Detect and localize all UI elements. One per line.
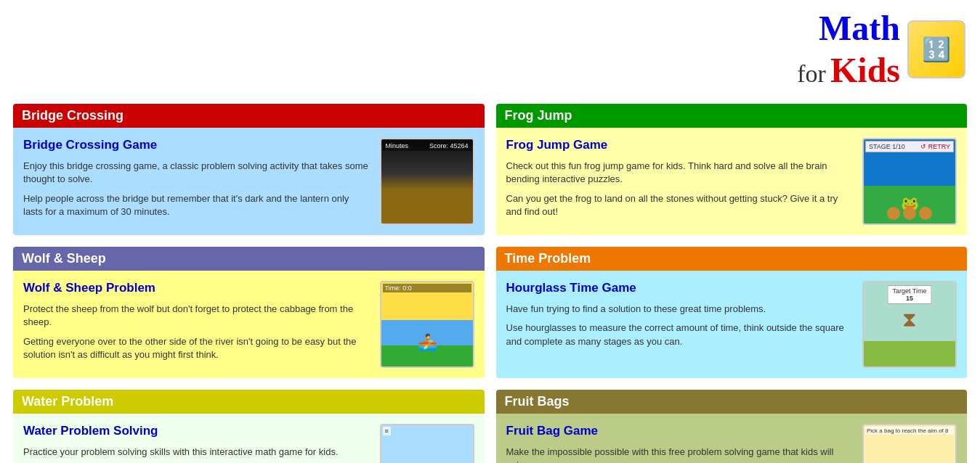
- logo-math: Math: [797, 7, 900, 49]
- time-problem-title[interactable]: Hourglass Time Game: [506, 281, 854, 295]
- wolf-sheep-desc1: Protect the sheep from the wolf but don'…: [23, 303, 371, 329]
- wolf-sheep-desc2: Getting everyone over to the other side …: [23, 335, 371, 361]
- section-bridge-crossing: Bridge Crossing Bridge Crossing Game Enj…: [13, 104, 485, 235]
- frog-jump-title[interactable]: Frog Jump Game: [506, 138, 854, 152]
- fruit-bags-header[interactable]: Fruit Bags: [496, 390, 968, 414]
- section-time-problem: Time Problem Hourglass Time Game Have fu…: [496, 247, 968, 378]
- time-problem-desc2: Use hourglasses to measure the correct a…: [506, 321, 854, 348]
- bridge-crossing-header[interactable]: Bridge Crossing: [13, 104, 485, 128]
- time-problem-body: Hourglass Time Game Have fun trying to f…: [496, 271, 968, 378]
- water-problem-header[interactable]: Water Problem: [13, 390, 485, 414]
- bridge-crossing-thumb[interactable]: MinutesScore: 45264: [380, 138, 474, 225]
- fruit-bags-thumb[interactable]: Pick a bag to reach the aim of 8 🦊: [862, 424, 957, 463]
- time-problem-desc1: Have fun trying to find a solution to th…: [506, 303, 854, 316]
- wolf-sheep-body: Wolf & Sheep Problem Protect the sheep f…: [13, 271, 485, 378]
- section-frog-jump: Frog Jump Frog Jump Game Check out this …: [496, 104, 968, 235]
- time-problem-header[interactable]: Time Problem: [496, 247, 968, 271]
- fruit-bags-title[interactable]: Fruit Bag Game: [506, 424, 854, 438]
- bridge-crossing-desc2: Help people across the bridge but rememb…: [23, 192, 371, 218]
- water-problem-title[interactable]: Water Problem Solving: [23, 424, 371, 438]
- section-fruit-bags: Fruit Bags Fruit Bag Game Make the impos…: [496, 390, 968, 463]
- water-problem-desc1: Practice your problem solving skills wit…: [23, 446, 371, 459]
- logo-for: for: [797, 60, 826, 89]
- bridge-crossing-desc1: Enjoy this bridge crossing game, a class…: [23, 160, 371, 186]
- frog-jump-thumb[interactable]: STAGE 1/10 ↺ RETRY 🐸: [862, 138, 957, 225]
- bridge-crossing-title[interactable]: Bridge Crossing Game: [23, 138, 371, 152]
- frog-jump-desc2: Can you get the frog to land on all the …: [506, 192, 854, 218]
- fruit-bags-body: Fruit Bag Game Make the impossible possi…: [496, 414, 968, 463]
- header: Math for Kids 🔢: [0, 0, 980, 98]
- bridge-crossing-info: Bridge Crossing Game Enjoy this bridge c…: [23, 138, 371, 224]
- water-problem-body: Water Problem Solving Practice your prob…: [13, 414, 485, 463]
- logo-text-block: Math for Kids: [797, 7, 900, 91]
- wolf-sheep-title[interactable]: Wolf & Sheep Problem: [23, 281, 371, 295]
- frog-jump-header[interactable]: Frog Jump: [496, 104, 968, 128]
- time-problem-info: Hourglass Time Game Have fun trying to f…: [506, 281, 854, 354]
- main-grid: Bridge Crossing Bridge Crossing Game Enj…: [0, 98, 980, 463]
- frog-jump-info: Frog Jump Game Check out this fun frog j…: [506, 138, 854, 224]
- logo-kids: Kids: [830, 49, 900, 91]
- time-problem-thumb[interactable]: Target Time15 ⧗: [862, 281, 957, 368]
- logo-icon: 🔢: [907, 20, 965, 78]
- fruit-bags-desc1: Make the impossible possible with this f…: [506, 446, 854, 463]
- section-water-problem: Water Problem Water Problem Solving Prac…: [13, 390, 485, 463]
- frog-jump-body: Frog Jump Game Check out this fun frog j…: [496, 128, 968, 235]
- water-problem-thumb[interactable]: ≡: [380, 424, 474, 463]
- wolf-sheep-header[interactable]: Wolf & Sheep: [13, 247, 485, 271]
- water-problem-info: Water Problem Solving Practice your prob…: [23, 424, 371, 463]
- wolf-sheep-thumb[interactable]: Time: 0:0 🚣: [380, 281, 474, 368]
- fruit-bags-info: Fruit Bag Game Make the impossible possi…: [506, 424, 854, 463]
- section-wolf-sheep: Wolf & Sheep Wolf & Sheep Problem Protec…: [13, 247, 485, 378]
- bridge-crossing-body: Bridge Crossing Game Enjoy this bridge c…: [13, 128, 485, 235]
- wolf-sheep-info: Wolf & Sheep Problem Protect the sheep f…: [23, 281, 371, 367]
- frog-jump-desc1: Check out this fun frog jump game for ki…: [506, 160, 854, 186]
